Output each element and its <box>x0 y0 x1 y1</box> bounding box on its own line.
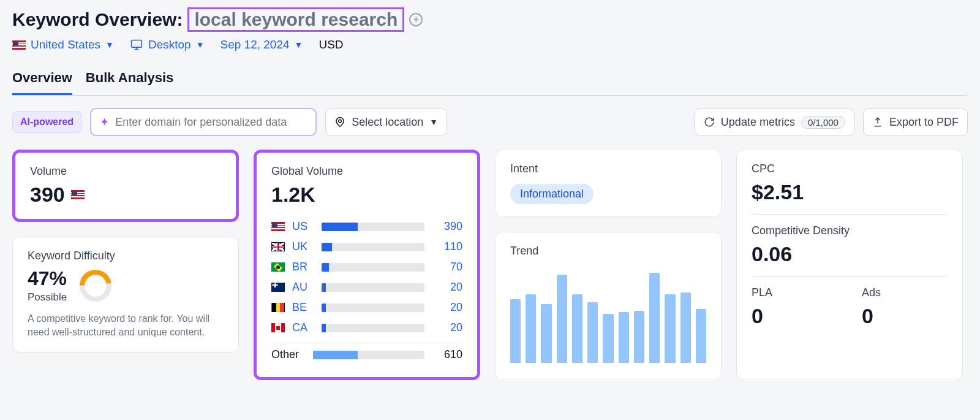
intent-title: Intent <box>510 162 706 175</box>
intent-badge: Informational <box>510 184 594 204</box>
country-filter[interactable]: United States ▼ <box>12 38 114 52</box>
chevron-down-icon: ▼ <box>196 40 205 50</box>
select-location-button[interactable]: Select location ▼ <box>325 108 447 136</box>
gv-value: 20 <box>432 301 462 314</box>
flag-icon <box>271 303 285 312</box>
export-pdf-button[interactable]: Export to PDF <box>863 108 968 136</box>
kd-donut-chart <box>78 268 113 304</box>
kd-label: Possible <box>28 291 67 304</box>
update-metrics-button[interactable]: Update metrics 0/1,000 <box>695 108 854 136</box>
gv-bar <box>322 223 424 231</box>
trend-bar <box>665 294 675 363</box>
currency-label: USD <box>318 38 343 52</box>
flag-icon <box>271 283 285 292</box>
gv-other-value: 610 <box>432 348 462 361</box>
gv-bar <box>322 304 424 312</box>
ai-powered-badge: AI-powered <box>12 111 81 133</box>
gv-bar <box>322 324 424 332</box>
keyword-difficulty-card: Keyword Difficulty 47% Possible A compet… <box>12 237 239 353</box>
gv-value: 110 <box>432 240 462 253</box>
location-pin-icon <box>334 116 345 128</box>
gv-row[interactable]: US390 <box>271 216 462 237</box>
flag-icon <box>271 323 285 332</box>
trend-chart <box>510 265 706 363</box>
flag-icon <box>271 262 285 272</box>
us-flag-icon <box>12 40 26 50</box>
gv-row[interactable]: AU20 <box>271 277 462 297</box>
tab-overview[interactable]: Overview <box>12 66 72 95</box>
svg-rect-0 <box>132 40 142 48</box>
refresh-icon <box>704 116 715 128</box>
gv-country-code: BR <box>292 261 314 273</box>
date-filter-label: Sep 12, 2024 <box>221 38 290 52</box>
trend-bar <box>649 273 660 363</box>
ads-title: Ads <box>862 286 948 299</box>
trend-bar <box>526 294 536 363</box>
volume-value: 390 <box>30 183 65 207</box>
trend-bar <box>603 314 613 363</box>
gv-country-code: US <box>292 220 314 233</box>
tab-bulk-analysis[interactable]: Bulk Analysis <box>86 66 173 95</box>
chevron-down-icon: ▼ <box>105 40 114 50</box>
flag-icon <box>271 242 285 251</box>
trend-bar <box>634 311 644 363</box>
country-filter-label: United States <box>31 38 100 52</box>
gv-bar <box>322 243 424 251</box>
gv-other-label: Other <box>271 348 306 361</box>
global-volume-card: Global Volume 1.2K US390UK110BR70AU20BE2… <box>254 150 480 380</box>
gv-country-code: BE <box>292 301 314 314</box>
ads-value: 0 <box>862 304 948 328</box>
cpc-title: CPC <box>752 162 948 175</box>
device-filter-label: Desktop <box>148 38 191 52</box>
export-pdf-label: Export to PDF <box>889 116 959 129</box>
pla-title: PLA <box>752 286 837 299</box>
volume-card: Volume 390 <box>12 150 239 222</box>
gv-row[interactable]: CA20 <box>271 318 462 338</box>
gv-row[interactable]: UK110 <box>271 237 462 257</box>
trend-bar <box>510 299 521 363</box>
chevron-down-icon: ▼ <box>295 40 303 50</box>
trend-bar <box>696 309 706 363</box>
trend-bar <box>619 312 629 363</box>
trend-bar <box>587 302 598 363</box>
select-location-label: Select location <box>352 116 423 129</box>
cpc-card: CPC $2.51 Competitive Density 0.06 PLA 0… <box>736 150 963 380</box>
date-filter[interactable]: Sep 12, 2024 ▼ <box>221 38 303 52</box>
gv-other-bar <box>313 351 424 359</box>
sparkle-icon: ✦ <box>100 115 109 129</box>
page-title-keyword: local keyword research <box>187 7 404 32</box>
gv-row[interactable]: BE20 <box>271 297 462 318</box>
svg-point-3 <box>339 120 342 123</box>
domain-input-wrap[interactable]: ✦ <box>90 108 317 136</box>
trend-bar <box>680 292 691 363</box>
gv-bar <box>322 263 424 272</box>
global-volume-value: 1.2K <box>271 183 462 207</box>
gv-value: 70 <box>432 261 462 273</box>
gv-value: 20 <box>432 321 462 334</box>
page-title-label: Keyword Overview: <box>12 9 183 30</box>
trend-card: Trend <box>495 232 722 380</box>
gv-country-code: UK <box>292 240 314 253</box>
add-keyword-icon[interactable]: + <box>409 13 423 26</box>
trend-bar <box>557 275 567 363</box>
trend-bar <box>541 304 551 363</box>
gv-row[interactable]: BR70 <box>271 257 462 277</box>
flag-icon <box>271 222 285 231</box>
volume-title: Volume <box>30 165 221 178</box>
device-filter[interactable]: Desktop ▼ <box>130 38 205 52</box>
kd-description: A competitive keyword to rank for. You w… <box>28 312 224 340</box>
domain-input[interactable] <box>115 116 307 129</box>
chevron-down-icon: ▼ <box>429 117 438 127</box>
cd-value: 0.06 <box>752 242 948 266</box>
gv-value: 390 <box>432 220 462 233</box>
trend-bar <box>572 294 582 363</box>
trend-title: Trend <box>510 245 706 258</box>
pla-value: 0 <box>752 304 837 328</box>
gv-bar <box>322 283 424 292</box>
cd-title: Competitive Density <box>752 224 948 237</box>
intent-card: Intent Informational <box>495 150 722 217</box>
global-volume-title: Global Volume <box>271 165 462 178</box>
gv-country-code: CA <box>292 321 314 334</box>
update-metrics-label: Update metrics <box>721 116 795 129</box>
gv-country-code: AU <box>292 281 314 294</box>
